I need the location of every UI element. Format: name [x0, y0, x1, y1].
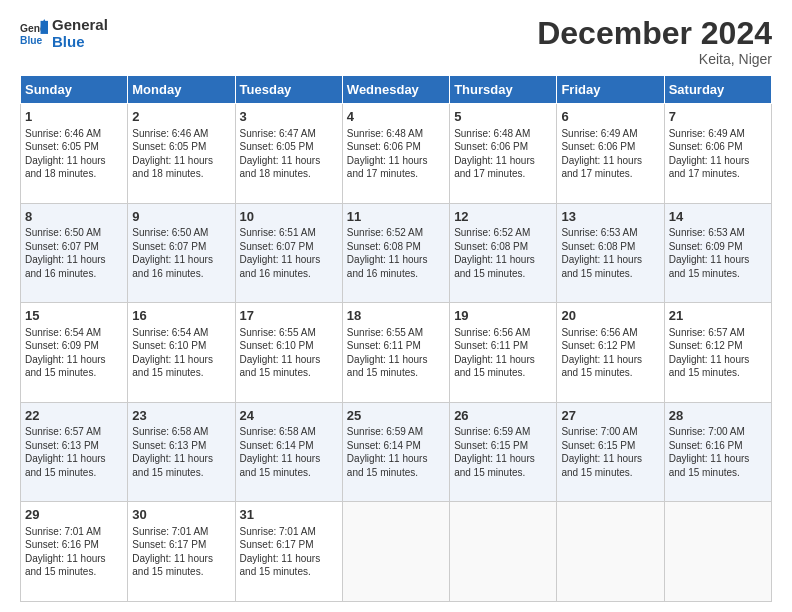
day-header-wednesday: Wednesday [342, 76, 449, 104]
day-info: and 15 minutes. [132, 466, 230, 480]
day-info: Sunrise: 6:48 AM [347, 127, 445, 141]
day-info: Sunrise: 6:52 AM [454, 226, 552, 240]
day-info: Sunset: 6:08 PM [454, 240, 552, 254]
day-info: Daylight: 11 hours [561, 452, 659, 466]
day-info: Daylight: 11 hours [132, 452, 230, 466]
day-info: Daylight: 11 hours [240, 154, 338, 168]
day-info: Daylight: 11 hours [132, 154, 230, 168]
day-info: Sunrise: 6:59 AM [454, 425, 552, 439]
day-info: Daylight: 11 hours [347, 154, 445, 168]
day-info: Daylight: 11 hours [25, 552, 123, 566]
calendar-cell: 17Sunrise: 6:55 AMSunset: 6:10 PMDayligh… [235, 303, 342, 403]
day-info: and 17 minutes. [454, 167, 552, 181]
day-info: and 15 minutes. [669, 466, 767, 480]
day-info: and 15 minutes. [25, 366, 123, 380]
day-info: Sunset: 6:11 PM [347, 339, 445, 353]
day-info: and 17 minutes. [669, 167, 767, 181]
day-info: Daylight: 11 hours [561, 154, 659, 168]
day-info: Sunrise: 6:53 AM [669, 226, 767, 240]
day-info: and 16 minutes. [240, 267, 338, 281]
day-info: Daylight: 11 hours [132, 253, 230, 267]
day-info: Daylight: 11 hours [669, 353, 767, 367]
day-info: Daylight: 11 hours [240, 253, 338, 267]
day-info: Sunset: 6:10 PM [132, 339, 230, 353]
svg-text:Blue: Blue [20, 35, 43, 46]
day-number: 22 [25, 407, 123, 425]
calendar-week-3: 15Sunrise: 6:54 AMSunset: 6:09 PMDayligh… [21, 303, 772, 403]
day-info: and 17 minutes. [347, 167, 445, 181]
calendar-cell: 31Sunrise: 7:01 AMSunset: 6:17 PMDayligh… [235, 502, 342, 602]
location: Keita, Niger [537, 51, 772, 67]
day-info: and 17 minutes. [561, 167, 659, 181]
day-info: Sunset: 6:08 PM [561, 240, 659, 254]
calendar-cell: 6Sunrise: 6:49 AMSunset: 6:06 PMDaylight… [557, 104, 664, 204]
day-info: Sunset: 6:06 PM [561, 140, 659, 154]
day-info: Sunrise: 6:58 AM [240, 425, 338, 439]
day-number: 15 [25, 307, 123, 325]
day-info: Sunset: 6:05 PM [25, 140, 123, 154]
day-info: Daylight: 11 hours [240, 452, 338, 466]
calendar-cell: 30Sunrise: 7:01 AMSunset: 6:17 PMDayligh… [128, 502, 235, 602]
day-number: 3 [240, 108, 338, 126]
day-info: Sunrise: 6:55 AM [347, 326, 445, 340]
day-info: Sunset: 6:16 PM [25, 538, 123, 552]
page: General Blue General Blue December 2024 … [0, 0, 792, 612]
calendar-cell: 4Sunrise: 6:48 AMSunset: 6:06 PMDaylight… [342, 104, 449, 204]
calendar-cell: 16Sunrise: 6:54 AMSunset: 6:10 PMDayligh… [128, 303, 235, 403]
day-info: Sunrise: 6:55 AM [240, 326, 338, 340]
day-info: Daylight: 11 hours [347, 253, 445, 267]
day-info: and 15 minutes. [347, 466, 445, 480]
day-info: Daylight: 11 hours [25, 353, 123, 367]
day-info: Daylight: 11 hours [454, 253, 552, 267]
day-number: 8 [25, 208, 123, 226]
day-info: Daylight: 11 hours [454, 452, 552, 466]
day-info: Sunset: 6:07 PM [25, 240, 123, 254]
calendar-cell: 25Sunrise: 6:59 AMSunset: 6:14 PMDayligh… [342, 402, 449, 502]
day-info: Sunset: 6:13 PM [132, 439, 230, 453]
day-info: Sunrise: 6:57 AM [25, 425, 123, 439]
calendar-cell: 3Sunrise: 6:47 AMSunset: 6:05 PMDaylight… [235, 104, 342, 204]
calendar-cell: 29Sunrise: 7:01 AMSunset: 6:16 PMDayligh… [21, 502, 128, 602]
day-info: Sunset: 6:16 PM [669, 439, 767, 453]
title-area: December 2024 Keita, Niger [537, 16, 772, 67]
day-info: Sunset: 6:05 PM [132, 140, 230, 154]
day-info: and 15 minutes. [132, 565, 230, 579]
day-info: Sunset: 6:17 PM [132, 538, 230, 552]
day-info: and 18 minutes. [132, 167, 230, 181]
day-info: Sunrise: 6:46 AM [132, 127, 230, 141]
day-info: Sunrise: 7:01 AM [132, 525, 230, 539]
day-info: and 18 minutes. [25, 167, 123, 181]
day-info: Daylight: 11 hours [25, 154, 123, 168]
day-number: 25 [347, 407, 445, 425]
day-info: Daylight: 11 hours [240, 552, 338, 566]
calendar-cell: 11Sunrise: 6:52 AMSunset: 6:08 PMDayligh… [342, 203, 449, 303]
day-info: Daylight: 11 hours [25, 253, 123, 267]
day-info: Sunset: 6:06 PM [454, 140, 552, 154]
day-info: Sunrise: 6:48 AM [454, 127, 552, 141]
calendar-cell: 2Sunrise: 6:46 AMSunset: 6:05 PMDaylight… [128, 104, 235, 204]
day-info: Daylight: 11 hours [454, 154, 552, 168]
day-number: 14 [669, 208, 767, 226]
calendar-cell [557, 502, 664, 602]
day-info: and 18 minutes. [240, 167, 338, 181]
calendar-header-row: SundayMondayTuesdayWednesdayThursdayFrid… [21, 76, 772, 104]
day-info: Sunset: 6:05 PM [240, 140, 338, 154]
day-info: Daylight: 11 hours [561, 253, 659, 267]
day-number: 6 [561, 108, 659, 126]
day-info: Sunset: 6:15 PM [561, 439, 659, 453]
day-number: 29 [25, 506, 123, 524]
day-info: and 15 minutes. [240, 466, 338, 480]
day-info: Sunrise: 6:52 AM [347, 226, 445, 240]
calendar-cell [450, 502, 557, 602]
calendar-cell: 21Sunrise: 6:57 AMSunset: 6:12 PMDayligh… [664, 303, 771, 403]
day-info: and 15 minutes. [669, 366, 767, 380]
day-number: 2 [132, 108, 230, 126]
day-info: Sunrise: 6:53 AM [561, 226, 659, 240]
day-info: Daylight: 11 hours [454, 353, 552, 367]
calendar-cell [664, 502, 771, 602]
day-number: 18 [347, 307, 445, 325]
day-info: Sunrise: 6:54 AM [25, 326, 123, 340]
day-info: and 16 minutes. [132, 267, 230, 281]
calendar-cell [342, 502, 449, 602]
day-info: Sunrise: 6:59 AM [347, 425, 445, 439]
